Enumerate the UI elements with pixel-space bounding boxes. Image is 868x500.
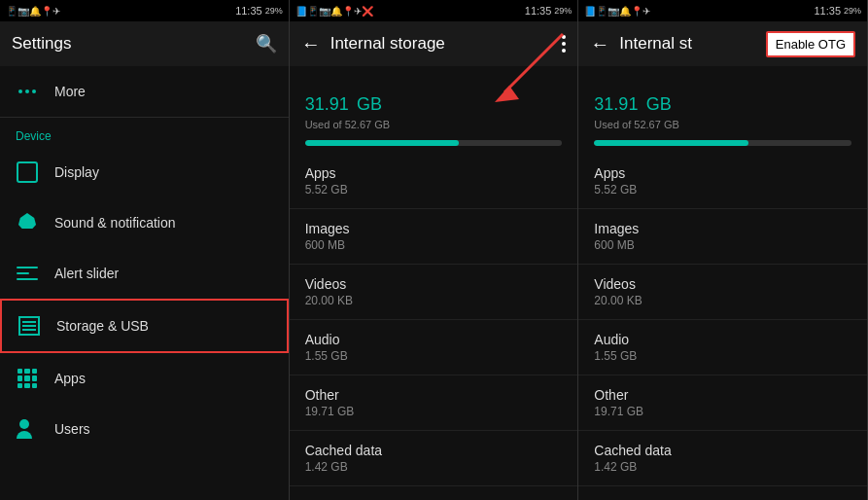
status-left-icons: 📱📷🔔📍✈ xyxy=(6,6,60,17)
images-item-name-3: Images xyxy=(594,221,851,236)
other-item-size: 19.71 GB xyxy=(305,405,563,418)
storage-items-list: Apps 5.52 GB Images 600 MB Videos 20.00 … xyxy=(290,154,578,500)
images-item-size-3: 600 MB xyxy=(594,238,851,252)
more-dots-icon xyxy=(18,89,36,93)
apps-item-name: Apps xyxy=(305,165,563,181)
cached-item-size: 1.42 GB xyxy=(305,460,563,474)
settings-list: More Device Display Sound & notification xyxy=(0,66,289,500)
users-icon xyxy=(16,417,39,441)
cached-item-name: Cached data xyxy=(305,443,563,458)
settings-item-alert[interactable]: Alert slider xyxy=(0,248,289,299)
storage-bar-3 xyxy=(594,140,851,146)
search-icon[interactable]: 🔍 xyxy=(256,33,277,54)
other-item-size-3: 19.71 GB xyxy=(594,405,851,418)
settings-toolbar: Settings 🔍 xyxy=(0,21,289,66)
storage-item-other-3[interactable]: Other 19.71 GB xyxy=(578,375,867,431)
storage-item-videos-3[interactable]: Videos 20.00 KB xyxy=(578,265,867,320)
status-app-icons: 📱📷🔔📍✈ xyxy=(6,6,60,17)
device-section-label: Device xyxy=(0,118,289,147)
status-left-2: 📘📱📷🔔📍✈❌ xyxy=(295,6,373,17)
storage-size-display: 31.91 GB xyxy=(305,84,563,117)
audio-item-name-3: Audio xyxy=(594,332,851,347)
storage-item-videos[interactable]: Videos 20.00 KB xyxy=(290,265,578,320)
settings-item-more[interactable]: More xyxy=(0,66,289,117)
enable-otg-label: Enable OTG xyxy=(776,37,846,52)
users-label: Users xyxy=(54,421,90,437)
status-right-2: 11:35 29% xyxy=(525,5,573,17)
videos-item-size: 20.00 KB xyxy=(305,294,563,307)
videos-item-name: Videos xyxy=(305,276,563,292)
status-battery-1: 29% xyxy=(265,6,283,16)
storage-bar-fill-3 xyxy=(594,140,748,146)
status-left-3: 📘📱📷🔔📍✈ xyxy=(584,6,650,17)
status-app-icons-3: 📘📱📷🔔📍✈ xyxy=(584,6,650,17)
more-icon xyxy=(16,80,39,103)
storage-item-images[interactable]: Images 600 MB xyxy=(290,209,578,265)
apps-item-name-3: Apps xyxy=(594,165,851,181)
status-bar-2: 📘📱📷🔔📍✈❌ 11:35 29% xyxy=(290,0,578,21)
settings-item-display[interactable]: Display xyxy=(0,147,289,197)
storage-used-label-3: Used of 52.67 GB xyxy=(594,119,851,130)
storage-size-display-3: 31.91 GB xyxy=(594,84,851,117)
enable-otg-option[interactable]: Enable OTG xyxy=(766,31,855,57)
alert-label: Alert slider xyxy=(54,266,119,281)
apps-icon xyxy=(16,367,39,390)
back-button[interactable]: ← xyxy=(301,33,321,55)
audio-item-size-3: 1.55 GB xyxy=(594,349,851,363)
display-label: Display xyxy=(54,164,99,180)
alert-icon xyxy=(16,262,39,285)
storage-otg-toolbar: ← Internal st Enable OTG xyxy=(578,21,867,66)
settings-item-apps[interactable]: Apps xyxy=(0,353,289,404)
status-right-icons: 11:35 29% xyxy=(235,5,283,17)
images-item-size: 600 MB xyxy=(305,238,563,252)
other-item-name-3: Other xyxy=(594,387,851,403)
audio-item-size: 1.55 GB xyxy=(305,349,563,363)
storage-item-images-3[interactable]: Images 600 MB xyxy=(578,209,867,265)
cached-item-name-3: Cached data xyxy=(594,443,851,458)
storage-icon xyxy=(17,314,41,338)
videos-item-name-3: Videos xyxy=(594,276,851,292)
apps-item-size: 5.52 GB xyxy=(305,183,563,196)
storage-toolbar: ← Internal storage xyxy=(290,21,578,66)
status-bar-1: 📱📷🔔📍✈ 11:35 29% xyxy=(0,0,289,21)
settings-item-users[interactable]: Users xyxy=(0,404,289,454)
status-time-2: 11:35 xyxy=(525,5,552,17)
storage-title: Internal storage xyxy=(330,34,553,54)
status-right-3: 11:35 29% xyxy=(814,5,861,17)
settings-panel: 📱📷🔔📍✈ 11:35 29% Settings 🔍 More Device xyxy=(0,0,290,500)
status-battery-2: 29% xyxy=(554,6,572,16)
sound-label: Sound & notification xyxy=(54,215,176,231)
storage-item-other[interactable]: Other 19.71 GB xyxy=(290,375,578,431)
display-icon xyxy=(16,161,39,184)
storage-bar xyxy=(305,140,563,146)
status-bar-3: 📘📱📷🔔📍✈ 11:35 29% xyxy=(578,0,867,21)
storage-item-audio[interactable]: Audio 1.55 GB xyxy=(290,320,578,375)
videos-item-size-3: 20.00 KB xyxy=(594,294,851,307)
storage-item-cached-3[interactable]: Cached data 1.42 GB xyxy=(578,431,867,486)
images-item-name: Images xyxy=(305,221,563,236)
storage-bar-fill xyxy=(305,140,460,146)
status-time-1: 11:35 xyxy=(235,5,262,17)
status-time-3: 11:35 xyxy=(814,5,841,17)
settings-item-sound[interactable]: Sound & notification xyxy=(0,197,289,248)
settings-item-storage[interactable]: Storage & USB xyxy=(0,299,289,353)
storage-item-apps[interactable]: Apps 5.52 GB xyxy=(290,154,578,209)
internal-storage-panel: 📘📱📷🔔📍✈❌ 11:35 29% ← Internal storage 31.… xyxy=(290,0,579,500)
storage-item-apps-3[interactable]: Apps 5.52 GB xyxy=(578,154,867,209)
storage-items-list-3: Apps 5.52 GB Images 600 MB Videos 20.00 … xyxy=(578,154,867,500)
storage-item-audio-3[interactable]: Audio 1.55 GB xyxy=(578,320,867,375)
back-button-3[interactable]: ← xyxy=(590,33,609,55)
storage-used-label: Used of 52.67 GB xyxy=(305,119,563,130)
more-label: More xyxy=(54,84,86,99)
apps-item-size-3: 5.52 GB xyxy=(594,183,851,196)
storage-label: Storage & USB xyxy=(56,318,149,334)
more-menu-button[interactable] xyxy=(562,35,566,53)
cached-item-size-3: 1.42 GB xyxy=(594,460,851,474)
other-item-name: Other xyxy=(305,387,563,403)
storage-header: 31.91 GB Used of 52.67 GB xyxy=(290,66,578,154)
settings-title: Settings xyxy=(12,34,246,54)
apps-label: Apps xyxy=(54,371,86,386)
storage-title-short: Internal st xyxy=(619,34,755,54)
storage-item-cached[interactable]: Cached data 1.42 GB xyxy=(290,431,578,486)
audio-item-name: Audio xyxy=(305,332,563,347)
